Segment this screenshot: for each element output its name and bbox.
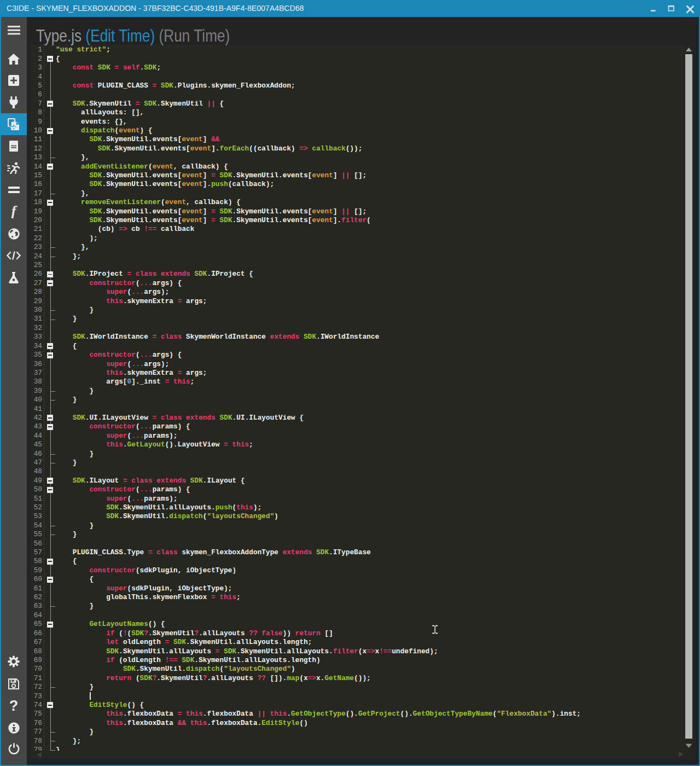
svg-text:?: ?: [9, 699, 19, 713]
svg-text:f: f: [11, 205, 18, 218]
